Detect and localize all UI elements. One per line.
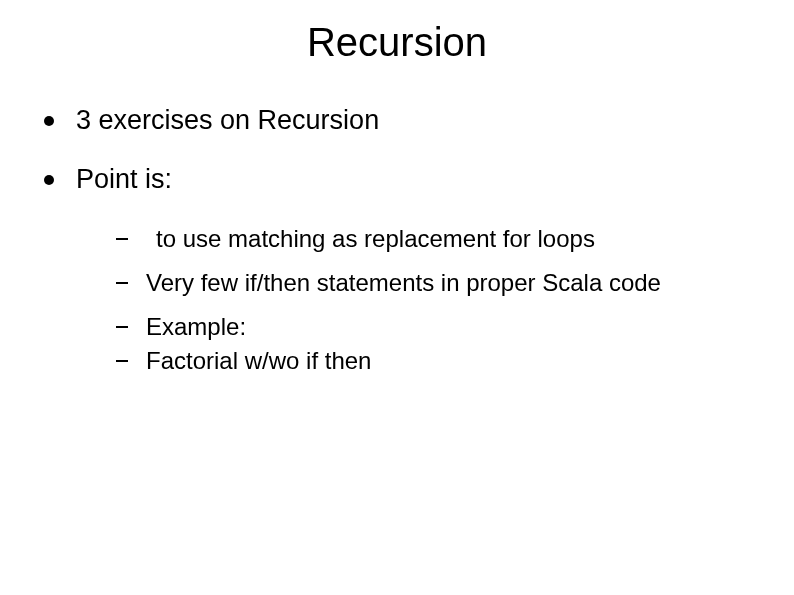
sub-bullet-text: Example: bbox=[146, 313, 246, 340]
sub-bullet-item: Factorial w/wo if then bbox=[112, 347, 794, 375]
bullet-item: Point is: to use matching as replacement… bbox=[40, 164, 794, 375]
slide-container: Recursion 3 exercises on Recursion Point… bbox=[0, 0, 794, 595]
slide-title: Recursion bbox=[0, 20, 794, 65]
sub-bullet-item: Example: bbox=[112, 313, 794, 341]
main-bullet-list: 3 exercises on Recursion Point is: to us… bbox=[0, 105, 794, 375]
sub-bullet-item: to use matching as replacement for loops bbox=[112, 225, 794, 253]
sub-bullet-text: to use matching as replacement for loops bbox=[146, 225, 595, 253]
sub-bullet-text: Factorial w/wo if then bbox=[146, 347, 371, 374]
bullet-text: 3 exercises on Recursion bbox=[76, 105, 379, 135]
sub-bullet-item: Very few if/then statements in proper Sc… bbox=[112, 269, 794, 297]
sub-bullet-text: Very few if/then statements in proper Sc… bbox=[146, 269, 661, 296]
bullet-item: 3 exercises on Recursion bbox=[40, 105, 794, 136]
sub-bullet-list: to use matching as replacement for loops… bbox=[76, 225, 794, 375]
bullet-text: Point is: bbox=[76, 164, 172, 194]
